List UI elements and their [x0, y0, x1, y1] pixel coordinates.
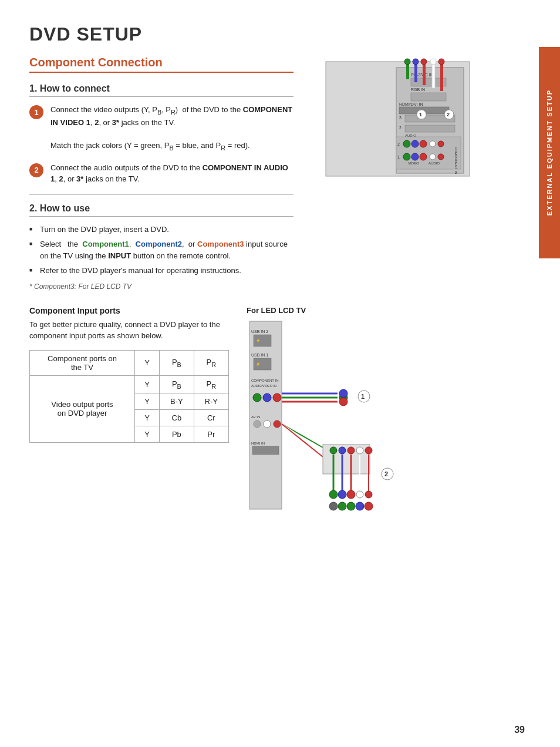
step-2-circle: 2	[29, 163, 43, 177]
svg-point-84	[338, 490, 346, 499]
svg-point-57	[264, 420, 271, 428]
svg-point-25	[430, 154, 436, 160]
subsection-how-to-use: 2. How to use	[29, 203, 294, 217]
svg-point-56	[254, 420, 261, 428]
svg-rect-37	[440, 62, 443, 91]
svg-text:RS-232C IN: RS-232C IN	[411, 73, 433, 77]
svg-text:USB IN 2: USB IN 2	[251, 329, 268, 334]
tv-pr-header: PR	[194, 350, 228, 375]
step-1-circle: 1	[29, 105, 43, 119]
component-ports-title: Component Input ports	[29, 306, 229, 315]
svg-point-32	[413, 59, 419, 65]
svg-text:2: 2	[397, 142, 400, 146]
svg-point-53	[263, 393, 271, 402]
main-content: DVD SETUP Component Connection 1. How to…	[0, 0, 517, 541]
svg-rect-60	[252, 446, 279, 455]
svg-point-36	[430, 59, 436, 65]
svg-point-75	[348, 447, 355, 454]
svg-point-26	[438, 154, 444, 160]
bottom-right: For LED LCD TV USB IN 2 ⚡ USB IN 1 ⚡ COM…	[247, 306, 487, 518]
sidebar-label: EXTERNAL EQUIPMENT SETUP	[546, 89, 553, 216]
svg-point-17	[411, 140, 419, 147]
dvd-row1-pb: PB	[160, 375, 194, 393]
svg-point-83	[329, 490, 338, 499]
svg-text:AUDIO: AUDIO	[429, 161, 440, 165]
ports-table: Component ports onthe TV Y PB PR Video o…	[29, 350, 229, 443]
right-sidebar: EXTERNAL EQUIPMENT SETUP	[539, 47, 560, 258]
svg-text:3: 3	[399, 116, 402, 120]
svg-point-34	[421, 59, 427, 65]
subsection-how-to-connect: 1. How to connect	[29, 83, 294, 97]
bottom-left: Component Input ports To get better pict…	[29, 306, 229, 518]
svg-point-24	[420, 153, 427, 160]
led-tv-diagram: USB IN 2 ⚡ USB IN 1 ⚡ COMPONENT IN AUDIO…	[247, 318, 446, 518]
svg-point-66	[339, 398, 348, 406]
tv-connector-diagram: RS-232C IN RGB IN HDMI/DVI IN 3 2 A	[320, 56, 478, 179]
svg-point-76	[356, 447, 363, 454]
svg-point-85	[347, 490, 355, 499]
svg-text:USB IN 1: USB IN 1	[251, 353, 268, 357]
svg-point-52	[253, 393, 261, 402]
svg-text:HDMI/DVI IN: HDMI/DVI IN	[399, 102, 423, 106]
svg-text:⚡: ⚡	[256, 362, 261, 366]
svg-text:HDMI IN: HDMI IN	[251, 442, 265, 445]
svg-point-89	[338, 502, 346, 510]
page-title: DVD SETUP	[29, 23, 487, 45]
svg-text:2: 2	[384, 470, 388, 477]
led-tv-svg: USB IN 2 ⚡ USB IN 1 ⚡ COMPONENT IN AUDIO…	[247, 318, 446, 518]
dvd-row4-pb: Pb	[160, 426, 194, 443]
dvd-row2-ry: R-Y	[194, 393, 228, 410]
dvd-row2-by: B-Y	[160, 393, 194, 410]
step-1-block: 1 Connect the video outputs (Y, PB, PR) …	[29, 104, 294, 153]
svg-text:2: 2	[447, 112, 450, 117]
svg-text:1: 1	[361, 393, 365, 400]
dvd-row1-pr: PR	[194, 375, 228, 393]
dvd-row4-pr: Pr	[194, 426, 228, 443]
dvd-row2-y: Y	[134, 393, 159, 410]
section-title: Component Connection	[29, 56, 294, 73]
svg-point-92	[365, 502, 373, 510]
svg-point-91	[356, 502, 364, 510]
svg-text:COMPONENT IN: COMPONENT IN	[251, 379, 279, 382]
tv-back-panel-svg: RS-232C IN RGB IN HDMI/DVI IN 3 2 A	[320, 56, 478, 179]
tv-diagram-area: RS-232C IN RGB IN HDMI/DVI IN 3 2 A	[311, 56, 487, 300]
svg-point-19	[430, 141, 436, 147]
dvd-row3-cb: Cb	[160, 410, 194, 426]
svg-text:2: 2	[399, 126, 402, 130]
svg-text:COMPONENT IN: COMPONENT IN	[454, 147, 458, 174]
table-row-dvd-1: Video output portson DVD player Y PB PR	[30, 375, 229, 393]
svg-point-38	[438, 59, 444, 65]
component-ports-desc: To get better picture quality, connect a…	[29, 319, 229, 342]
svg-point-16	[403, 140, 410, 147]
bullet-item-3: Refer to the DVD player's manual for ope…	[29, 265, 294, 277]
bullet-item-2: Select the Component1, Component2, or Co…	[29, 238, 294, 261]
svg-point-23	[411, 153, 419, 160]
svg-point-74	[339, 447, 346, 454]
svg-point-65	[339, 389, 348, 398]
svg-point-77	[365, 447, 372, 454]
bottom-section: Component Input ports To get better pict…	[29, 306, 487, 518]
svg-point-18	[420, 140, 427, 147]
svg-point-86	[356, 491, 363, 498]
bullet-item-1: Turn on the DVD player, insert a DVD.	[29, 224, 294, 235]
how-to-use-list: Turn on the DVD player, insert a DVD. Se…	[29, 224, 294, 277]
step-2-block: 2 Connect the audio outputs of the DVD t…	[29, 162, 294, 185]
dvd-row3-y: Y	[134, 410, 159, 426]
svg-rect-35	[432, 62, 435, 88]
svg-text:1: 1	[419, 112, 422, 117]
svg-text:VIDEO: VIDEO	[408, 161, 419, 165]
svg-point-58	[274, 420, 281, 428]
svg-point-88	[329, 502, 338, 510]
step-2-text: Connect the audio outputs of the DVD to …	[50, 162, 294, 185]
dvd-row3-cr: Cr	[194, 410, 228, 426]
dvd-row4-y: Y	[134, 426, 159, 443]
table-row-header: Component ports onthe TV Y PB PR	[30, 350, 229, 375]
svg-text:AUDIO/VIDEO IN: AUDIO/VIDEO IN	[251, 384, 276, 388]
svg-point-90	[347, 502, 355, 510]
dvd-row1-y: Y	[134, 375, 159, 393]
svg-rect-11	[405, 125, 455, 132]
for-led-label: For LED LCD TV	[247, 306, 487, 315]
svg-rect-33	[423, 62, 426, 85]
svg-text:1: 1	[397, 155, 400, 159]
svg-line-71	[282, 424, 323, 457]
